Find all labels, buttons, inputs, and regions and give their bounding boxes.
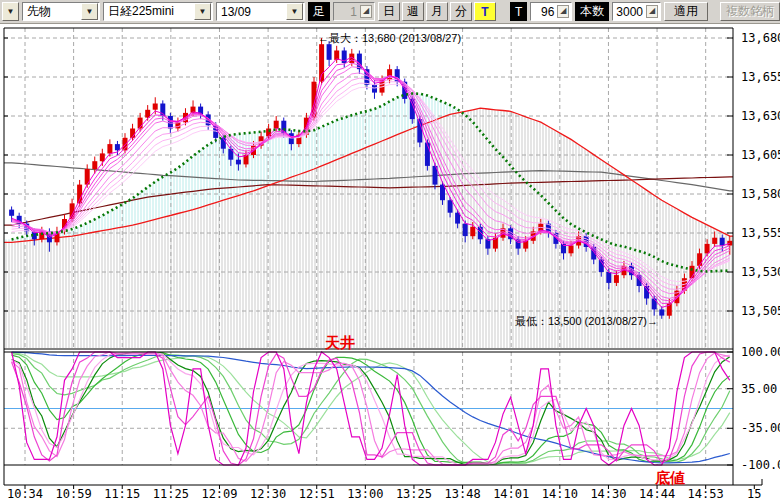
chevron-down-icon[interactable]: ▼ <box>194 3 211 20</box>
bar-count-label: 本数 <box>575 2 609 21</box>
time-tick-label: 12:51 <box>299 487 335 500</box>
rci-tick-label: -35.00 <box>741 421 780 435</box>
spin-edit-icon: ◢ <box>360 5 372 18</box>
toolbar: ▼ 先物 ▼ 日経225mini ▼ 13/09 ▼ 足 1 ◢ 日週月分T T… <box>0 0 780 24</box>
multi-symbol-button: 複数銘柄 <box>720 2 780 21</box>
price-tick-label: 13,580 <box>741 187 780 201</box>
period-day-button[interactable]: 日 <box>378 2 400 21</box>
time-tick-label: 13:25 <box>396 487 432 500</box>
chart-area: 13,68013,65513,63013,60513,58013,55513,5… <box>0 24 780 500</box>
period-tick-button[interactable]: T <box>474 2 496 21</box>
interval-spinner: 1 ◢ <box>333 2 375 21</box>
time-tick-label: 13:48 <box>445 487 481 500</box>
time-tick-label: 14:10 <box>542 487 578 500</box>
spin-edit-icon[interactable]: ◢ <box>557 5 569 18</box>
price-tick-label: 13,630 <box>741 109 780 123</box>
time-tick-label: 14:53 <box>688 487 724 500</box>
chevron-down-icon[interactable]: ▼ <box>81 3 98 20</box>
interval-value: 1 <box>337 5 357 19</box>
time-tick-label: 14:44 <box>639 487 675 500</box>
chart-menu-dropdown[interactable]: ▼ <box>2 2 19 21</box>
bar-count-value[interactable]: 3000 <box>616 5 643 19</box>
period-month-button[interactable]: 月 <box>426 2 448 21</box>
time-tick-label: 11:15 <box>104 487 140 500</box>
time-tick-label: 10:59 <box>56 487 92 500</box>
price-tick-label: 13,530 <box>741 265 780 279</box>
tick-size-spinner[interactable]: 96 ◢ <box>530 2 572 21</box>
price-tick-label: 13,555 <box>741 226 780 240</box>
rci-tick-label: 35.00 <box>741 382 777 396</box>
contract-month-select[interactable]: 13/09 ▼ <box>216 2 305 21</box>
price-tick-label: 13,655 <box>741 70 780 84</box>
price-chart[interactable]: 13,68013,65513,63013,60513,58013,55513,5… <box>0 24 780 500</box>
chevron-down-icon[interactable]: ▼ <box>286 3 303 20</box>
spin-edit-icon[interactable]: ◢ <box>646 5 658 18</box>
period-button-group: 日週月分T <box>378 2 496 21</box>
interval-label: 足 <box>308 2 330 21</box>
chevron-down-icon: ▼ <box>7 7 15 16</box>
time-tick-label: 12:09 <box>201 487 237 500</box>
period-minute-button[interactable]: 分 <box>450 2 472 21</box>
min-price-annotation: 最低：13,500 (2013/08/27)→ <box>515 315 658 327</box>
market-select-value: 先物 <box>23 3 80 20</box>
bar-count-spinner[interactable]: 3000 ◢ <box>612 2 661 21</box>
time-tick-label: 13:00 <box>347 487 383 500</box>
apply-button[interactable]: 適用 <box>664 2 708 21</box>
bottom-annotation: 底値 <box>654 469 685 486</box>
time-tick-label: 15 <box>747 487 761 500</box>
tick-size-label: T <box>510 2 527 21</box>
time-tick-label: 12:30 <box>250 487 286 500</box>
symbol-select-value: 日経225mini <box>104 3 193 20</box>
contract-month-value: 13/09 <box>217 5 285 19</box>
symbol-select[interactable]: 日経225mini ▼ <box>103 2 213 21</box>
price-tick-label: 13,605 <box>741 148 780 162</box>
market-select[interactable]: 先物 ▼ <box>22 2 100 21</box>
time-tick-label: 14:01 <box>493 487 529 500</box>
time-tick-label: 10:34 <box>7 487 43 500</box>
price-tick-label: 13,505 <box>741 304 780 318</box>
time-tick-label: 14:30 <box>590 487 626 500</box>
rci-tick-label: 100.00 <box>741 345 780 359</box>
rci-tick-label: -100.00 <box>741 458 780 472</box>
time-tick-label: 11:25 <box>153 487 189 500</box>
max-price-annotation: ←最大：13,680 (2013/08/27) <box>318 32 461 44</box>
tick-size-value[interactable]: 96 <box>534 5 554 19</box>
period-week-button[interactable]: 週 <box>402 2 424 21</box>
price-tick-label: 13,680 <box>741 31 780 45</box>
ceiling-annotation: 天井 <box>324 334 355 351</box>
